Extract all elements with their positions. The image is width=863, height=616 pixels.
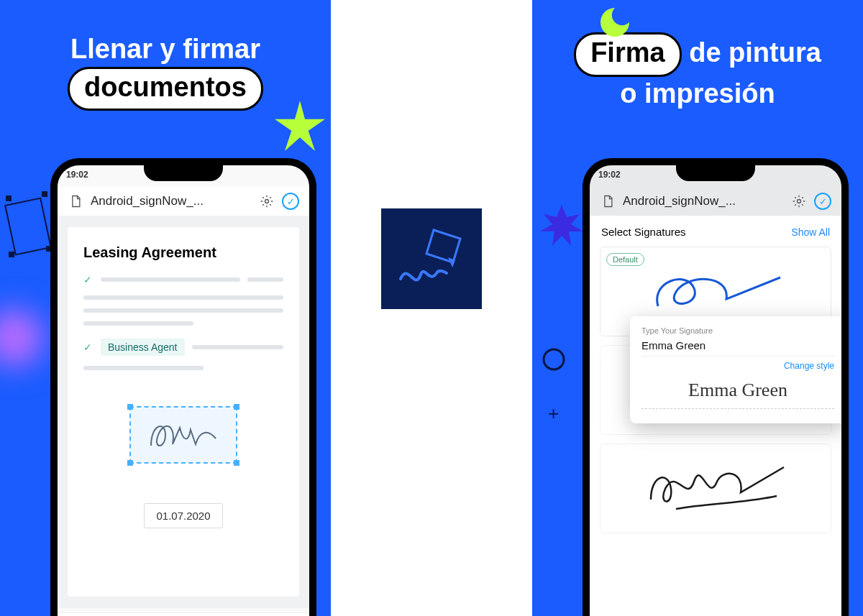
signature-preview: Emma Green [641, 374, 834, 404]
document-title: Android_signNow_... [91, 194, 252, 208]
app-icon [381, 208, 482, 309]
svg-point-7 [544, 349, 564, 369]
change-style-link[interactable]: Change style [641, 361, 834, 371]
headline-text: de pintura [689, 37, 821, 68]
section-title: Select Signatures [601, 226, 686, 238]
headline-left: Llenar y firmar documentos [0, 0, 331, 111]
moon-decoration-icon [597, 4, 633, 40]
svg-rect-1 [6, 196, 12, 201]
promo-panel-right: + Firma de pintura o impresión 19:02 And… [532, 0, 863, 616]
phone-notch [144, 165, 223, 181]
document-title: Android_signNow_... [623, 194, 784, 208]
signature-graphic-icon [636, 460, 795, 518]
svg-rect-3 [9, 252, 14, 257]
circle-outline-icon [539, 345, 568, 374]
type-signature-popup: Type Your Signature Emma Green Change st… [630, 316, 841, 423]
signature-scribble-icon [144, 417, 223, 453]
document-area: Leasing Agreement ✓ ✓ Business Agent [58, 216, 309, 608]
star-decoration-icon [275, 101, 325, 151]
headline-text: Llenar y firmar [70, 34, 260, 64]
typed-name-input[interactable]: Emma Green [641, 339, 834, 351]
signature-card[interactable] [600, 443, 831, 533]
done-icon[interactable]: ✓ [814, 193, 831, 210]
svg-rect-0 [5, 198, 50, 255]
signatures-header: Select Signatures Show All [590, 216, 841, 244]
check-icon: ✓ [83, 341, 93, 353]
bounding-box-decoration-icon [4, 187, 55, 266]
blur-decoration [0, 309, 43, 367]
burst-decoration-icon [536, 201, 587, 252]
signature-field[interactable] [129, 406, 237, 464]
check-icon: ✓ [83, 274, 93, 285]
svg-point-8 [798, 200, 801, 203]
gear-icon[interactable] [259, 193, 275, 209]
bottom-toolbar: ✒ Signature JS Initials T Text ▦ Date ✓ [58, 612, 309, 616]
app-bar: Android_signNow_... ✓ [58, 187, 309, 216]
signature-list: Default [590, 244, 841, 616]
svg-rect-2 [42, 191, 47, 197]
default-badge: Default [606, 253, 644, 266]
document-icon[interactable] [600, 193, 616, 209]
done-icon[interactable]: ✓ [282, 193, 299, 210]
field-chip[interactable]: Business Agent [101, 339, 185, 356]
doc-heading: Leasing Agreement [83, 244, 283, 261]
promo-panel-left: Llenar y firmar documentos 19:02 Android… [0, 0, 331, 616]
status-time: 19:02 [598, 170, 621, 180]
app-bar: Android_signNow_... ✓ [590, 187, 841, 216]
show-all-link[interactable]: Show All [791, 226, 830, 238]
status-time: 19:02 [66, 170, 88, 180]
phone-mockup-left: 19:02 Android_signNow_... ✓ Leasing Agre… [50, 158, 316, 616]
signature-graphic-icon [644, 267, 787, 317]
headline-pill: documentos [68, 67, 263, 111]
phone-mockup-right: 19:02 Android_signNow_... ✓ Select Signa… [583, 158, 849, 616]
phone-notch [676, 165, 755, 181]
popup-label: Type Your Signature [641, 326, 834, 335]
document-icon[interactable] [68, 193, 83, 209]
date-field[interactable]: 01.07.2020 [144, 503, 222, 528]
plus-decoration-icon: + [548, 403, 559, 425]
document-card: Leasing Agreement ✓ ✓ Business Agent [68, 227, 299, 597]
headline-text: o impresión [620, 78, 775, 109]
gear-icon[interactable] [791, 193, 807, 209]
headline-right: Firma de pintura o impresión [532, 0, 863, 111]
svg-point-5 [265, 200, 269, 203]
